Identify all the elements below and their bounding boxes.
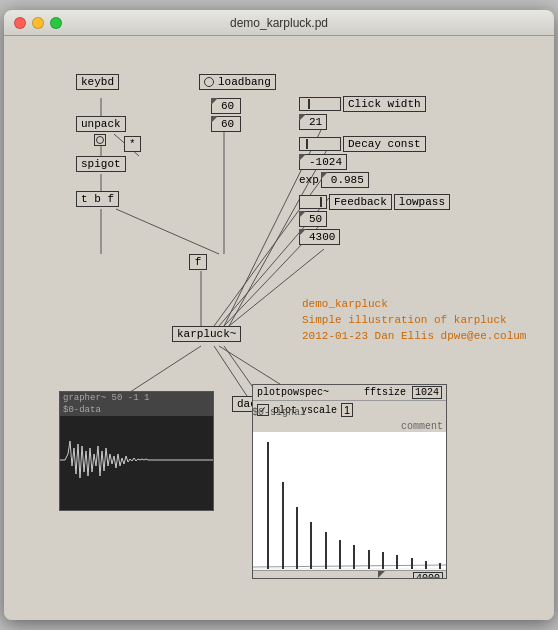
comment-label: comment bbox=[401, 421, 443, 432]
feedback-slider[interactable] bbox=[299, 195, 327, 209]
svg-line-16 bbox=[214, 346, 247, 396]
info-line3: 2012-01-23 Dan Ellis dpwe@ee.colum bbox=[302, 328, 526, 344]
lowpass-label: lowpass bbox=[394, 194, 450, 210]
decay-label: Decay const bbox=[343, 136, 426, 152]
num-4000[interactable]: 4000 bbox=[413, 572, 443, 579]
click-width-slider[interactable] bbox=[299, 97, 341, 111]
signal-label: $0-signal bbox=[252, 406, 306, 418]
feedback-label: Feedback bbox=[329, 194, 392, 210]
tbf-object[interactable]: t b f bbox=[76, 191, 119, 207]
fftsize-val[interactable]: 1024 bbox=[412, 386, 442, 399]
fftsize-label: fftsize bbox=[364, 387, 406, 398]
decay-const-row: Decay const bbox=[299, 136, 426, 152]
waveform-svg bbox=[60, 416, 214, 504]
waveform-display: grapher~ 50 -1 1 $0-data bbox=[59, 391, 214, 511]
loadbang-label: loadbang bbox=[218, 76, 271, 88]
exp-val[interactable]: 0.985 bbox=[321, 172, 369, 188]
yscale-val[interactable]: 1 bbox=[341, 403, 353, 417]
loadbang-object[interactable]: loadbang bbox=[199, 74, 276, 90]
exp-label: exp bbox=[299, 174, 319, 186]
pd-canvas: loadbang 60 60 keybd unpack bbox=[4, 36, 554, 620]
close-button[interactable] bbox=[14, 17, 26, 29]
num-60-second[interactable]: 60 bbox=[211, 116, 241, 132]
keybd-object[interactable]: keybd bbox=[76, 74, 119, 90]
info-block: demo_karpluck Simple illustration of kar… bbox=[302, 296, 526, 344]
main-window: demo_karpluck.pd bbox=[4, 10, 554, 620]
num-neg1024[interactable]: -1024 bbox=[299, 154, 347, 170]
grapher-sub: $0-data bbox=[63, 405, 101, 415]
spectrum-svg bbox=[253, 432, 447, 570]
num-4300[interactable]: 4300 bbox=[299, 229, 340, 245]
plotpowspec-label: plotpowspec~ bbox=[257, 387, 329, 398]
spigot-object[interactable]: spigot bbox=[76, 156, 126, 172]
feedback-row: Feedback lowpass bbox=[299, 194, 450, 210]
maximize-button[interactable] bbox=[50, 17, 62, 29]
svg-line-15 bbox=[124, 346, 201, 396]
click-width-label: Click width bbox=[343, 96, 426, 112]
info-line2: Simple illustration of karpluck bbox=[302, 312, 526, 328]
yscale-label: yscale bbox=[301, 405, 337, 416]
titlebar: demo_karpluck.pd bbox=[4, 10, 554, 36]
info-line1: demo_karpluck bbox=[302, 296, 526, 312]
num-50[interactable]: 50 bbox=[299, 211, 327, 227]
decay-slider[interactable] bbox=[299, 137, 341, 151]
grapher-label: grapher~ 50 -1 1 bbox=[63, 393, 149, 403]
traffic-lights bbox=[14, 17, 62, 29]
karpluck-object[interactable]: karpluck~ bbox=[172, 326, 241, 342]
svg-line-7 bbox=[116, 209, 219, 254]
exp-row: exp 0.985 bbox=[299, 172, 369, 188]
unpack-object[interactable]: unpack bbox=[76, 116, 126, 146]
multiply-object[interactable]: * bbox=[124, 136, 141, 152]
num-60-top[interactable]: 60 bbox=[211, 98, 241, 114]
num-21[interactable]: 21 bbox=[299, 114, 327, 130]
click-width-row: Click width bbox=[299, 96, 426, 112]
window-title: demo_karpluck.pd bbox=[230, 16, 328, 30]
f-object[interactable]: f bbox=[189, 254, 207, 270]
minimize-button[interactable] bbox=[32, 17, 44, 29]
